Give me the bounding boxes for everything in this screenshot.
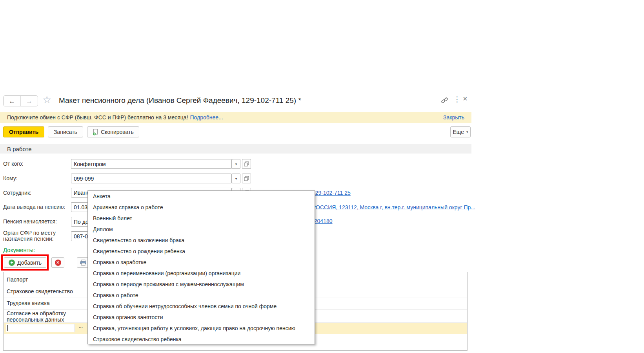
plus-icon: + <box>9 260 15 266</box>
menu-item[interactable]: Справка о периоде проживания с мужем-вое… <box>88 279 315 290</box>
chevron-down-icon: ▾ <box>466 130 468 134</box>
status-bar: В работе <box>0 144 471 154</box>
app-window: ← → ☆ Макет пенсионного дела (Иванов Сер… <box>0 0 644 353</box>
retirement-date-label: Дата выхода на пенсию: <box>3 204 70 210</box>
menu-item[interactable]: Справка о заработке <box>88 257 315 268</box>
from-dropdown-button[interactable]: ▾ <box>232 159 240 169</box>
menu-item[interactable]: Страховое свидетельство ребенка <box>88 334 315 345</box>
sfr-office-label: Орган СФР по месту назначения пенсии: <box>3 230 70 242</box>
back-arrow-icon: ← <box>9 98 15 104</box>
choose-value-button[interactable]: ... <box>77 325 84 331</box>
save-button-label: Записать <box>54 129 77 135</box>
banner-close-link[interactable]: Закрыть <box>443 114 464 121</box>
more-button-label: Еще <box>453 129 464 135</box>
copy-document-icon <box>93 129 98 135</box>
nav-button-group: ← → <box>3 95 38 106</box>
add-button-label: Добавить <box>17 260 42 266</box>
banner-text: Подключите обмен с СФР (бывш. ФСС и ПФР)… <box>7 114 188 121</box>
menu-item[interactable]: Справка о переименовании (реорганизации)… <box>88 268 315 279</box>
menu-item[interactable]: Архивная справка о работе <box>88 202 315 213</box>
save-button[interactable]: Записать <box>48 126 83 137</box>
documents-section-label: Документы: <box>3 247 35 253</box>
table-row[interactable]: Страховое свидетельство <box>7 288 73 294</box>
status-text: В работе <box>7 146 32 152</box>
forward-arrow-icon: → <box>26 98 33 104</box>
send-button-label: Отправить <box>9 129 38 135</box>
open-form-icon <box>244 161 249 166</box>
menu-item[interactable]: Справка об обучении нетрудоспособных чле… <box>88 301 315 312</box>
to-label: Кому: <box>3 176 70 181</box>
more-options-icon[interactable]: ⋮ <box>453 95 461 103</box>
snils-link[interactable]: 129-102-711 25 <box>312 190 351 196</box>
add-document-button[interactable]: + Добавить <box>4 257 46 268</box>
table-row[interactable]: Паспорт <box>7 276 28 283</box>
copy-button[interactable]: Скопировать <box>87 126 139 137</box>
from-label: От кого: <box>3 161 70 167</box>
menu-item[interactable]: Справка о работе <box>88 290 315 301</box>
combo-arrow-icon: ▾ <box>235 162 237 166</box>
close-icon[interactable]: × <box>463 95 468 102</box>
to-dropdown-button[interactable]: ▾ <box>232 174 240 183</box>
get-link-icon[interactable] <box>441 97 448 105</box>
menu-item[interactable]: Военный билет <box>88 213 315 224</box>
printer-icon <box>80 260 87 266</box>
to-open-button[interactable] <box>242 174 251 183</box>
chain-link-icon <box>441 97 448 104</box>
table-row[interactable]: Согласие на обработку персональных данны… <box>7 310 81 323</box>
combo-arrow-icon: ▾ <box>235 177 237 181</box>
promo-banner: Подключите обмен с СФР (бывш. ФСС и ПФР)… <box>0 112 471 123</box>
delete-cross-icon: ✕ <box>55 260 61 266</box>
menu-item[interactable]: Свидетельство о заключении брака <box>88 235 315 246</box>
page-title: Макет пенсионного дела (Иванов Сергей Фа… <box>59 96 301 105</box>
menu-item[interactable]: Справка органов занятости <box>88 312 315 323</box>
employee-label: Сотрудник: <box>3 190 70 196</box>
back-button[interactable]: ← <box>4 96 20 106</box>
menu-item[interactable]: Справка, уточняющая работу в условиях, д… <box>88 323 315 334</box>
banner-more-link[interactable]: Подробнее... <box>190 114 223 121</box>
menu-item[interactable]: Свидетельство о рождении ребенка <box>88 246 315 257</box>
copy-button-label: Скопировать <box>101 129 134 135</box>
address-link[interactable]: РОССИЯ, 123112, Москва г, вн.тер.г. муни… <box>312 204 475 210</box>
send-button[interactable]: Отправить <box>3 126 44 137</box>
forward-button[interactable]: → <box>20 96 38 106</box>
favorite-star-icon[interactable]: ☆ <box>42 95 51 105</box>
new-document-input[interactable] <box>6 324 75 332</box>
menu-item[interactable]: Анкета <box>88 191 315 202</box>
menu-item[interactable]: Диплом <box>88 224 315 235</box>
more-button[interactable]: Еще ▾ <box>450 126 471 137</box>
open-form-icon <box>244 176 249 181</box>
pension-accrual-label: Пенсия начисляется: <box>3 219 70 225</box>
to-field[interactable]: 099-099 <box>71 174 232 183</box>
text-cursor <box>7 325 8 331</box>
from-open-button[interactable] <box>242 159 251 169</box>
from-field[interactable]: Конфетпром <box>71 159 232 169</box>
document-type-menu: Анкета Архивная справка о работе Военный… <box>87 190 315 344</box>
table-row[interactable]: Трудовая книжка <box>7 300 50 306</box>
delete-document-button[interactable]: ✕ <box>51 257 64 268</box>
